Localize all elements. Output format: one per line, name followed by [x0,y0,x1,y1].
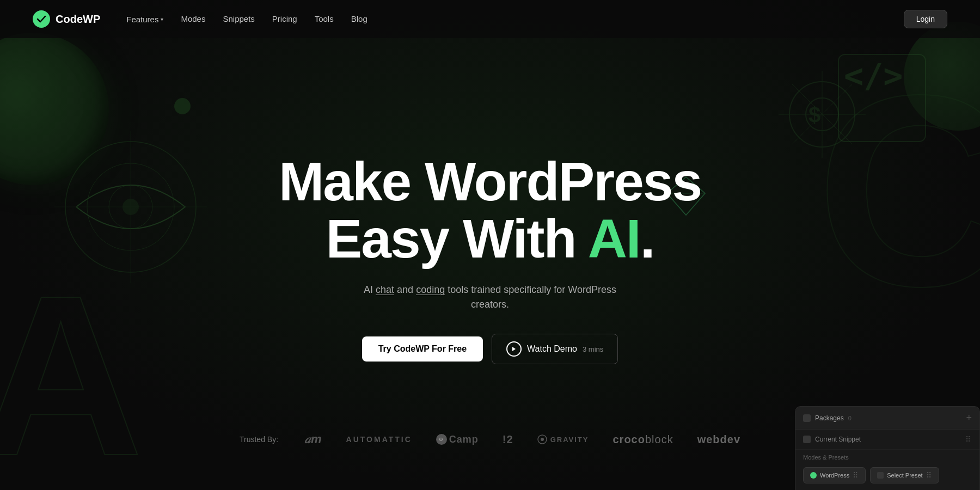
nav-blog-link[interactable]: Blog [351,14,367,23]
trusted-logo-webdev: webdev [697,433,740,446]
hero-title-ai: AI [588,208,640,269]
hero-title-period: . [640,208,654,269]
features-chevron-icon: ▾ [161,16,163,22]
nav-modes-label: Modes [181,14,205,23]
nav-links: Features ▾ Modes Snippets Pricing Tools … [126,14,367,24]
nav-pricing-link[interactable]: Pricing [272,14,297,23]
try-free-button[interactable]: Try CodeWP For Free [362,336,483,362]
hero-section: Make WordPress Easy With AI. AI chat and… [0,0,980,490]
nav-tools-label: Tools [315,14,334,23]
hero-buttons: Try CodeWP For Free Watch Demo 3 mins [362,334,618,364]
trusted-logo-crocoblock: crocoblock [612,433,673,446]
play-icon [506,341,522,357]
nav-snippets-label: Snippets [223,14,254,23]
watch-demo-label: Watch Demo [527,344,577,354]
trusted-logo-gravity: GRAVITY [537,434,589,444]
nav-snippets-link[interactable]: Snippets [223,14,254,23]
nav-modes-link[interactable]: Modes [181,14,205,23]
demo-duration: 3 mins [583,345,603,353]
nav-tools-link[interactable]: Tools [315,14,334,23]
trusted-by-section: Trusted By: 𝑎m AUTOMATTIC ⊙Camp !2 GRAVI… [0,432,980,446]
trusted-label: Trusted By: [240,435,278,444]
trusted-logo-am: 𝑎m [304,432,322,446]
login-button[interactable]: Login [904,10,947,28]
trusted-logo-automattic: AUTOMATTIC [346,435,412,444]
nav-pricing-label: Pricing [272,14,297,23]
logo-link[interactable]: CodeWP [33,10,100,28]
watch-demo-button[interactable]: Watch Demo 3 mins [492,334,618,364]
hero-title-line2: Easy With [326,208,588,269]
nav-blog-label: Blog [351,14,367,23]
hero-chat-link: chat [376,284,394,295]
navigation: CodeWP Features ▾ Modes Snippets Pricing… [0,0,980,38]
hero-subtitle: AI chat and coding tools trained specifi… [348,283,632,312]
trusted-logos: 𝑎m AUTOMATTIC ⊙Camp !2 GRAVITY crocobloc… [304,432,740,446]
hero-coding-link: coding [416,284,445,295]
trusted-logo-12up: !2 [503,433,513,446]
logo-icon [33,10,50,28]
svg-marker-19 [512,347,516,351]
svg-point-21 [541,438,544,441]
nav-features-link[interactable]: Features ▾ [126,15,163,24]
hero-title: Make WordPress Easy With AI. [279,153,701,267]
trusted-logo-camp: ⊙Camp [436,434,479,445]
logo-text: CodeWP [56,13,100,26]
hero-title-line1: Make WordPress [279,151,701,212]
nav-features-label: Features [126,15,158,24]
